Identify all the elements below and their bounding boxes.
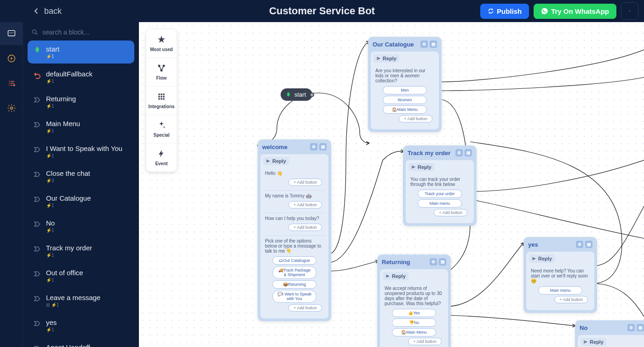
add-button[interactable]: + Add button (288, 201, 322, 208)
block-item-i-want-to-speak-with-you[interactable]: I Want to Speak with You⚡1 (28, 140, 134, 163)
canvas[interactable]: Most usedFlowIntegrationsSpecialEvent st… (139, 22, 644, 347)
gear-icon[interactable]: ⚙ (576, 241, 583, 248)
block-item-start[interactable]: start⚡1 (28, 40, 134, 64)
back-label: back (44, 6, 62, 16)
add-button[interactable]: + Add button (288, 179, 322, 186)
svg-rect-12 (163, 93, 164, 95)
reply-badge: Reply (408, 163, 434, 171)
start-node[interactable]: start (281, 88, 312, 101)
block-item-out-of-office[interactable]: Out of office⚡1 (28, 264, 134, 287)
node-catalogue[interactable]: Our Catalogue⚙▤ Reply Are you interested… (368, 37, 442, 132)
block-item-track-my-order[interactable]: Track my order⚡1 (28, 239, 134, 262)
doc-icon[interactable]: ▤ (430, 40, 437, 48)
tag-icon (33, 220, 41, 228)
chip-women[interactable]: Women (383, 96, 427, 104)
add-button[interactable]: + Add button (554, 296, 588, 303)
tag-icon (33, 96, 41, 104)
block-item-returning[interactable]: Returning⚡1 (28, 90, 134, 113)
doc-icon[interactable]: ▤ (439, 258, 446, 266)
tag-icon (33, 319, 41, 328)
rocket-icon (33, 46, 41, 54)
grid-icon (157, 92, 166, 102)
doc-icon[interactable]: ▤ (465, 149, 472, 156)
toolbox: Most usedFlowIntegrationsSpecialEvent (146, 29, 177, 172)
block-item-leave-a-message[interactable]: Leave a message⊞ ⚡1 (28, 289, 134, 312)
rail-lightning-icon[interactable] (0, 47, 23, 70)
tool-event[interactable]: Event (146, 144, 177, 172)
add-button[interactable]: + Add button (408, 338, 442, 345)
doc-icon[interactable]: ▤ (637, 324, 644, 331)
doc-icon[interactable]: ▤ (319, 143, 327, 150)
gear-icon[interactable]: ⚙ (420, 40, 428, 48)
add-button[interactable]: + Add button (288, 304, 322, 312)
chip-mainmenu[interactable]: 🏠Main Menu (383, 105, 427, 114)
port[interactable] (310, 93, 314, 97)
node-no[interactable]: No⚙▤ Reply (575, 320, 644, 347)
tag-icon (33, 121, 41, 129)
sparkle-icon (157, 121, 166, 131)
add-button[interactable]: + Add button (288, 224, 322, 231)
chip-no[interactable]: 👎No (392, 318, 436, 327)
tool-most-used[interactable]: Most used (146, 29, 177, 58)
block-item-main-menu[interactable]: Main Menu⚡1 (28, 115, 134, 138)
svg-point-5 (10, 107, 12, 110)
tool-special[interactable]: Special (146, 115, 177, 144)
block-item-agent-handoff[interactable]: Agent Handoff⊞ ⚡2 (28, 339, 134, 347)
block-item-close-the-chat[interactable]: Close the chat⚡3 (28, 165, 134, 188)
tag-icon (33, 344, 41, 347)
tool-flow[interactable]: Flow (146, 58, 177, 87)
svg-rect-14 (161, 96, 162, 97)
page-title: Customer Service Bot (269, 5, 375, 17)
tag-icon (33, 295, 41, 303)
chip-returning[interactable]: 📦Returning (272, 280, 316, 289)
reply-badge: Reply (581, 338, 606, 346)
add-button[interactable]: + Add button (399, 115, 432, 122)
gear-icon[interactable]: ⚙ (455, 149, 463, 156)
chip-mainmenu[interactable]: Main menu (418, 199, 462, 208)
search-input[interactable]: search a block... (28, 26, 134, 39)
node-track[interactable]: Track my order⚙▤ Reply You can track you… (403, 145, 477, 226)
chip-mainmenu[interactable]: 🏠Main Menu (392, 328, 436, 336)
svg-rect-15 (163, 96, 164, 97)
block-item-yes[interactable]: yes⚡1 (28, 314, 134, 337)
tool-integrations[interactable]: Integrations (146, 87, 177, 115)
add-button[interactable]: + Add button (434, 209, 467, 216)
flow-icon (157, 64, 166, 74)
tag-icon (33, 145, 41, 154)
rail-list-icon[interactable] (0, 72, 23, 95)
svg-point-4 (13, 84, 15, 86)
chip-mainmenu[interactable]: Main menu (538, 286, 582, 295)
gear-icon[interactable]: ⚙ (627, 324, 635, 331)
whatsapp-button[interactable]: Try On WhatsApp (534, 4, 616, 19)
publish-button[interactable]: Publish (480, 4, 529, 19)
rail-settings-icon[interactable] (0, 97, 23, 120)
chip-catalogue[interactable]: 🗂Our Catalogue (272, 256, 316, 265)
rocket-icon (285, 92, 292, 98)
tag-icon (33, 170, 41, 179)
block-item-our-catalogue[interactable]: Our Catalogue⚡1 (28, 190, 134, 213)
svg-rect-16 (158, 98, 160, 99)
back-button[interactable]: back (32, 6, 62, 16)
svg-rect-10 (158, 93, 160, 95)
rail-chat-icon[interactable] (0, 22, 23, 45)
block-item-defaultfallback[interactable]: defaultFallback⚡1 (28, 65, 134, 88)
chip-track[interactable]: 🚚Track Package & Shipment (272, 266, 316, 279)
chip-men[interactable]: Men (383, 86, 427, 94)
chip-speak[interactable]: 💬I Want to Speak with You (272, 290, 316, 303)
block-sidebar: search a block... start⚡1defaultFallback… (23, 22, 139, 347)
reply-badge: Reply (374, 54, 399, 63)
block-item-no[interactable]: No⚡1 (28, 214, 134, 237)
tag-icon (33, 270, 41, 278)
gear-icon[interactable]: ⚙ (430, 258, 437, 266)
chip-track-order[interactable]: Track your order (418, 190, 462, 198)
tag-icon (33, 195, 41, 203)
node-yes[interactable]: yes⚙▤ Reply Need more help? You can star… (523, 237, 597, 313)
top-actions: Publish Try On WhatsApp (480, 2, 638, 20)
doc-icon[interactable]: ▤ (585, 241, 592, 248)
node-welcome[interactable]: welcome⚙▤ Reply Hello 👋+ Add button My n… (258, 139, 331, 321)
node-returning[interactable]: Returning⚙▤ Reply We accept returns of u… (377, 254, 451, 347)
play-button[interactable] (621, 2, 638, 20)
chip-yes[interactable]: 👍Yes (392, 309, 436, 317)
svg-rect-18 (163, 98, 164, 99)
gear-icon[interactable]: ⚙ (310, 143, 317, 150)
